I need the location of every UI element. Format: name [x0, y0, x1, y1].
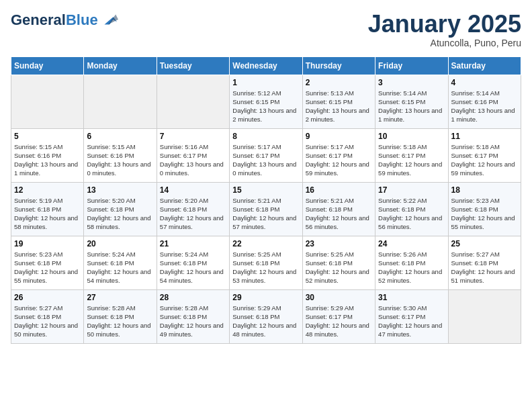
- day-info: Sunrise: 5:14 AMSunset: 6:15 PMDaylight:…: [378, 89, 445, 124]
- day-number: 15: [232, 185, 299, 195]
- day-number: 2: [306, 78, 372, 87]
- calendar-day: 30Sunrise: 5:29 AMSunset: 6:17 PMDayligh…: [302, 289, 375, 343]
- day-info: Sunrise: 5:28 AMSunset: 6:18 PMDaylight:…: [87, 304, 153, 339]
- day-number: 3: [378, 78, 445, 87]
- day-number: 9: [306, 132, 372, 141]
- calendar-day: 3Sunrise: 5:14 AMSunset: 6:15 PMDaylight…: [375, 75, 448, 128]
- day-info: Sunrise: 5:27 AMSunset: 6:18 PMDaylight:…: [451, 250, 518, 285]
- day-info: Sunrise: 5:19 AMSunset: 6:18 PMDaylight:…: [14, 196, 81, 232]
- day-info: Sunrise: 5:20 AMSunset: 6:18 PMDaylight:…: [160, 196, 226, 232]
- day-info: Sunrise: 5:17 AMSunset: 6:17 PMDaylight:…: [306, 142, 372, 178]
- day-info: Sunrise: 5:21 AMSunset: 6:18 PMDaylight:…: [232, 196, 299, 232]
- day-info: Sunrise: 5:16 AMSunset: 6:17 PMDaylight:…: [160, 142, 226, 178]
- weekday-header-sunday: Sunday: [11, 56, 84, 75]
- day-number: 26: [14, 293, 81, 302]
- day-number: 24: [378, 239, 445, 248]
- calendar-day: 19Sunrise: 5:23 AMSunset: 6:18 PMDayligh…: [11, 236, 84, 289]
- weekday-header-tuesday: Tuesday: [157, 56, 229, 75]
- logo: GeneralBlue: [11, 11, 118, 30]
- day-number: 8: [232, 132, 299, 141]
- calendar-body: 1Sunrise: 5:12 AMSunset: 6:15 PMDaylight…: [11, 75, 521, 343]
- weekday-header-friday: Friday: [375, 56, 448, 75]
- calendar-day: 16Sunrise: 5:21 AMSunset: 6:18 PMDayligh…: [302, 182, 375, 236]
- day-number: 16: [306, 185, 372, 195]
- day-number: 22: [232, 239, 299, 248]
- calendar-day: 6Sunrise: 5:15 AMSunset: 6:16 PMDaylight…: [84, 128, 157, 182]
- day-info: Sunrise: 5:23 AMSunset: 6:18 PMDaylight:…: [451, 196, 518, 232]
- calendar-day: 11Sunrise: 5:18 AMSunset: 6:17 PMDayligh…: [448, 128, 521, 182]
- day-number: 30: [306, 293, 372, 302]
- calendar-day: 10Sunrise: 5:18 AMSunset: 6:17 PMDayligh…: [375, 128, 448, 182]
- calendar-week-4: 19Sunrise: 5:23 AMSunset: 6:18 PMDayligh…: [11, 236, 521, 289]
- calendar-day: 9Sunrise: 5:17 AMSunset: 6:17 PMDaylight…: [302, 128, 375, 182]
- day-number: 5: [14, 132, 81, 141]
- calendar-day: [84, 75, 157, 128]
- day-number: 23: [306, 239, 372, 248]
- day-info: Sunrise: 5:12 AMSunset: 6:15 PMDaylight:…: [232, 89, 299, 124]
- calendar-day: 13Sunrise: 5:20 AMSunset: 6:18 PMDayligh…: [84, 182, 157, 236]
- calendar-day: 14Sunrise: 5:20 AMSunset: 6:18 PMDayligh…: [157, 182, 229, 236]
- day-number: 29: [232, 293, 299, 302]
- day-info: Sunrise: 5:27 AMSunset: 6:18 PMDaylight:…: [14, 304, 81, 339]
- day-number: 7: [160, 132, 226, 141]
- logo-icon: [99, 11, 118, 30]
- calendar-day: 12Sunrise: 5:19 AMSunset: 6:18 PMDayligh…: [11, 182, 84, 236]
- day-info: Sunrise: 5:25 AMSunset: 6:18 PMDaylight:…: [306, 250, 372, 285]
- calendar-table: SundayMondayTuesdayWednesdayThursdayFrid…: [11, 56, 521, 344]
- calendar-day: 8Sunrise: 5:17 AMSunset: 6:17 PMDaylight…: [230, 128, 302, 182]
- day-info: Sunrise: 5:22 AMSunset: 6:18 PMDaylight:…: [378, 196, 445, 232]
- day-number: 28: [160, 293, 226, 302]
- weekday-header-wednesday: Wednesday: [230, 56, 302, 75]
- day-number: 12: [14, 185, 81, 195]
- day-number: 11: [451, 132, 518, 141]
- calendar-day: [448, 289, 521, 343]
- day-number: 6: [87, 132, 153, 141]
- day-info: Sunrise: 5:18 AMSunset: 6:17 PMDaylight:…: [378, 142, 445, 178]
- day-number: 1: [232, 78, 299, 87]
- day-number: 21: [160, 239, 226, 248]
- day-number: 13: [87, 185, 153, 195]
- calendar-week-2: 5Sunrise: 5:15 AMSunset: 6:16 PMDaylight…: [11, 128, 521, 182]
- day-info: Sunrise: 5:21 AMSunset: 6:18 PMDaylight:…: [306, 196, 372, 232]
- calendar-day: 7Sunrise: 5:16 AMSunset: 6:17 PMDaylight…: [157, 128, 229, 182]
- weekday-header-thursday: Thursday: [302, 56, 375, 75]
- calendar-week-1: 1Sunrise: 5:12 AMSunset: 6:15 PMDaylight…: [11, 75, 521, 128]
- day-number: 17: [378, 185, 445, 195]
- location-subtitle: Atuncolla, Puno, Peru: [368, 38, 521, 48]
- day-info: Sunrise: 5:30 AMSunset: 6:17 PMDaylight:…: [378, 304, 445, 339]
- day-info: Sunrise: 5:20 AMSunset: 6:18 PMDaylight:…: [87, 196, 153, 232]
- day-info: Sunrise: 5:17 AMSunset: 6:17 PMDaylight:…: [232, 142, 299, 178]
- calendar-day: 4Sunrise: 5:14 AMSunset: 6:16 PMDaylight…: [448, 75, 521, 128]
- calendar-day: [157, 75, 229, 128]
- calendar-day: 15Sunrise: 5:21 AMSunset: 6:18 PMDayligh…: [230, 182, 302, 236]
- calendar-day: 28Sunrise: 5:28 AMSunset: 6:18 PMDayligh…: [157, 289, 229, 343]
- calendar-day: 25Sunrise: 5:27 AMSunset: 6:18 PMDayligh…: [448, 236, 521, 289]
- day-info: Sunrise: 5:14 AMSunset: 6:16 PMDaylight:…: [451, 89, 518, 124]
- calendar-day: 18Sunrise: 5:23 AMSunset: 6:18 PMDayligh…: [448, 182, 521, 236]
- calendar-day: 27Sunrise: 5:28 AMSunset: 6:18 PMDayligh…: [84, 289, 157, 343]
- page-header: GeneralBlue January 2025 Atuncolla, Puno…: [11, 11, 521, 48]
- logo-text: GeneralBlue: [11, 12, 98, 28]
- weekday-header-saturday: Saturday: [448, 56, 521, 75]
- calendar-day: 23Sunrise: 5:25 AMSunset: 6:18 PMDayligh…: [302, 236, 375, 289]
- calendar-day: [11, 75, 84, 128]
- calendar-day: 5Sunrise: 5:15 AMSunset: 6:16 PMDaylight…: [11, 128, 84, 182]
- day-info: Sunrise: 5:24 AMSunset: 6:18 PMDaylight:…: [87, 250, 153, 285]
- day-info: Sunrise: 5:28 AMSunset: 6:18 PMDaylight:…: [160, 304, 226, 339]
- calendar-day: 1Sunrise: 5:12 AMSunset: 6:15 PMDaylight…: [230, 75, 302, 128]
- calendar-day: 20Sunrise: 5:24 AMSunset: 6:18 PMDayligh…: [84, 236, 157, 289]
- calendar-day: 24Sunrise: 5:26 AMSunset: 6:18 PMDayligh…: [375, 236, 448, 289]
- calendar-day: 21Sunrise: 5:24 AMSunset: 6:18 PMDayligh…: [157, 236, 229, 289]
- calendar-week-3: 12Sunrise: 5:19 AMSunset: 6:18 PMDayligh…: [11, 182, 521, 236]
- day-number: 18: [451, 185, 518, 195]
- calendar-day: 2Sunrise: 5:13 AMSunset: 6:15 PMDaylight…: [302, 75, 375, 128]
- title-area: January 2025 Atuncolla, Puno, Peru: [368, 11, 521, 48]
- day-info: Sunrise: 5:26 AMSunset: 6:18 PMDaylight:…: [378, 250, 445, 285]
- day-info: Sunrise: 5:15 AMSunset: 6:16 PMDaylight:…: [87, 142, 153, 178]
- calendar-day: 17Sunrise: 5:22 AMSunset: 6:18 PMDayligh…: [375, 182, 448, 236]
- weekday-header-monday: Monday: [84, 56, 157, 75]
- calendar-day: 26Sunrise: 5:27 AMSunset: 6:18 PMDayligh…: [11, 289, 84, 343]
- day-info: Sunrise: 5:29 AMSunset: 6:18 PMDaylight:…: [232, 304, 299, 339]
- day-info: Sunrise: 5:24 AMSunset: 6:18 PMDaylight:…: [160, 250, 226, 285]
- day-number: 20: [87, 239, 153, 248]
